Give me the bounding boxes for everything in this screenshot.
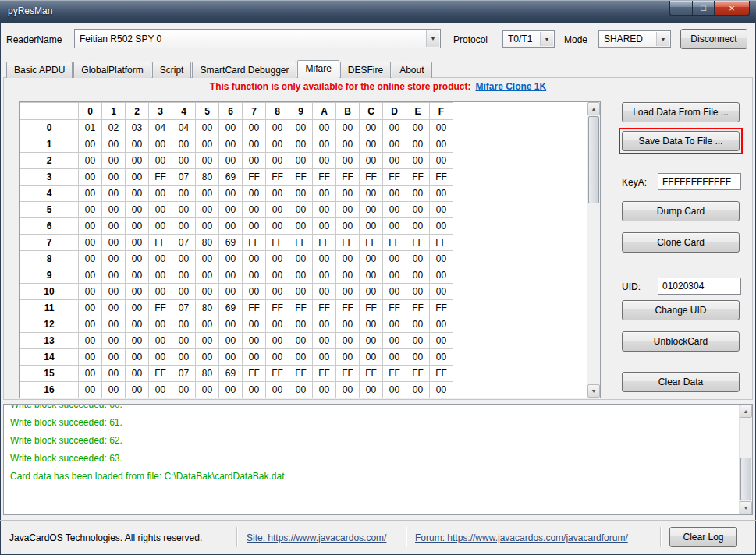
grid-cell[interactable]: 80 [196, 300, 219, 316]
grid-cell[interactable]: 00 [289, 316, 313, 333]
grid-cell[interactable]: 00 [360, 186, 383, 202]
grid-cell[interactable]: 80 [196, 169, 219, 186]
grid-cell[interactable]: 00 [313, 120, 336, 136]
grid-cell[interactable]: 00 [383, 120, 406, 136]
grid-cell[interactable]: 00 [149, 333, 172, 349]
grid-cell[interactable]: 00 [219, 218, 243, 235]
grid-cell[interactable]: 00 [126, 349, 149, 366]
grid-cell[interactable]: 00 [313, 136, 336, 153]
grid-cell[interactable]: FF [406, 366, 430, 382]
grid-cell[interactable]: 00 [102, 169, 126, 186]
grid-cell[interactable]: 00 [79, 349, 102, 366]
grid-cell[interactable]: 00 [336, 333, 360, 349]
grid-cell[interactable]: 00 [289, 349, 313, 366]
grid-cell[interactable]: 00 [219, 186, 243, 202]
grid-cell[interactable]: 00 [126, 202, 149, 218]
keya-input[interactable] [658, 173, 741, 190]
grid-cell[interactable]: 00 [313, 267, 336, 284]
grid-cell[interactable]: FF [149, 235, 172, 251]
grid-cell[interactable]: 00 [172, 382, 196, 398]
grid-cell[interactable]: 00 [243, 153, 266, 169]
grid-cell[interactable]: 00 [360, 382, 383, 398]
grid-cell[interactable]: 00 [196, 316, 219, 333]
grid-cell[interactable]: 00 [196, 218, 219, 235]
grid-cell[interactable]: 00 [196, 186, 219, 202]
grid-cell[interactable]: FF [383, 366, 406, 382]
grid-cell[interactable]: 00 [219, 284, 243, 300]
grid-cell[interactable]: 80 [196, 235, 219, 251]
grid-cell[interactable]: 00 [79, 235, 102, 251]
clone-card-button[interactable]: Clone Card [622, 232, 740, 253]
grid-cell[interactable]: 00 [266, 284, 289, 300]
grid-cell[interactable]: 00 [172, 136, 196, 153]
protocol-dropdown-arrow-icon[interactable]: ▼ [540, 32, 553, 46]
grid-cell[interactable]: 00 [430, 218, 453, 235]
grid-cell[interactable]: FF [289, 366, 313, 382]
tab-basic-apdu[interactable]: Basic APDU [6, 62, 73, 78]
grid-cell[interactable]: FF [360, 235, 383, 251]
close-button[interactable]: × [715, 1, 750, 16]
change-uid-button[interactable]: Change UID [622, 300, 740, 320]
grid-cell[interactable]: 00 [360, 267, 383, 284]
grid-cell[interactable]: FF [406, 235, 430, 251]
grid-cell[interactable]: 00 [266, 120, 289, 136]
grid-cell[interactable]: 00 [243, 218, 266, 235]
grid-cell[interactable]: 00 [266, 186, 289, 202]
grid-cell[interactable]: 00 [126, 333, 149, 349]
grid-cell[interactable]: 00 [149, 186, 172, 202]
save-data-button[interactable]: Save Data To File ... [622, 131, 740, 151]
grid-cell[interactable]: 00 [406, 316, 430, 333]
grid-cell[interactable]: 00 [383, 202, 406, 218]
grid-cell[interactable]: 00 [102, 382, 126, 398]
grid-cell[interactable]: 00 [336, 120, 360, 136]
grid-cell[interactable]: 69 [219, 366, 243, 382]
grid-cell[interactable]: 00 [430, 136, 453, 153]
grid-cell[interactable]: 00 [406, 186, 430, 202]
grid-cell[interactable]: 00 [243, 382, 266, 398]
grid-cell[interactable]: 00 [430, 382, 453, 398]
grid-cell[interactable]: 04 [172, 120, 196, 136]
load-data-button[interactable]: Load Data From File ... [622, 102, 740, 122]
grid-cell[interactable]: 00 [172, 218, 196, 235]
grid-cell[interactable]: 00 [172, 316, 196, 333]
grid-cell[interactable]: 00 [79, 251, 102, 267]
grid-cell[interactable]: 00 [243, 267, 266, 284]
uid-input[interactable] [658, 278, 741, 295]
grid-cell[interactable]: 01 [79, 120, 102, 136]
grid-cell[interactable]: 00 [289, 333, 313, 349]
grid-cell[interactable]: 00 [196, 349, 219, 366]
grid-cell[interactable]: FF [336, 169, 360, 186]
grid-cell[interactable]: 00 [406, 382, 430, 398]
grid-cell[interactable]: 00 [313, 251, 336, 267]
grid-cell[interactable]: FF [289, 300, 313, 316]
mode-dropdown-arrow-icon[interactable]: ▼ [656, 32, 669, 46]
log-scroll-up-icon[interactable]: ▲ [740, 405, 752, 418]
grid-cell[interactable]: 00 [172, 284, 196, 300]
grid-cell[interactable]: 00 [172, 202, 196, 218]
unblock-card-button[interactable]: UnblockCard [622, 331, 740, 352]
grid-cell[interactable]: 00 [196, 333, 219, 349]
grid-cell[interactable]: FF [266, 300, 289, 316]
grid-cell[interactable]: 00 [196, 382, 219, 398]
grid-cell[interactable]: FF [266, 235, 289, 251]
grid-cell[interactable]: 00 [289, 136, 313, 153]
grid-cell[interactable]: 00 [406, 349, 430, 366]
grid-cell[interactable]: 00 [360, 333, 383, 349]
grid-cell[interactable]: 00 [406, 251, 430, 267]
scroll-up-icon[interactable]: ▲ [587, 102, 600, 115]
grid-cell[interactable]: 00 [219, 382, 243, 398]
grid-cell[interactable]: 00 [383, 316, 406, 333]
grid-cell[interactable]: 00 [219, 251, 243, 267]
grid-cell[interactable]: 00 [406, 218, 430, 235]
grid-cell[interactable]: 00 [406, 153, 430, 169]
grid-cell[interactable]: 00 [406, 120, 430, 136]
grid-cell[interactable]: 00 [243, 251, 266, 267]
grid-cell[interactable]: 00 [383, 382, 406, 398]
grid-cell[interactable]: 00 [219, 316, 243, 333]
grid-cell[interactable]: 00 [313, 316, 336, 333]
grid-cell[interactable]: 00 [196, 284, 219, 300]
grid-cell[interactable]: 00 [79, 202, 102, 218]
grid-cell[interactable]: FF [243, 169, 266, 186]
grid-cell[interactable]: 00 [430, 267, 453, 284]
grid-cell[interactable]: 00 [149, 153, 172, 169]
